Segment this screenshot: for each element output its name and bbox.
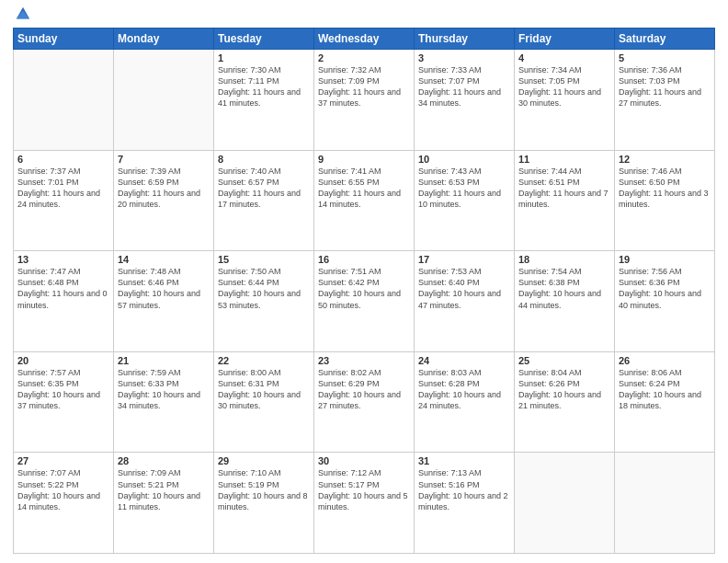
calendar-cell: 24Sunrise: 8:03 AMSunset: 6:28 PMDayligh… (415, 351, 515, 453)
calendar-week-5: 27Sunrise: 7:07 AMSunset: 5:22 PMDayligh… (14, 453, 715, 554)
day-info: Sunrise: 8:04 AMSunset: 6:26 PMDaylight:… (518, 367, 610, 412)
calendar-cell: 31Sunrise: 7:13 AMSunset: 5:16 PMDayligh… (415, 453, 515, 554)
day-number: 14 (118, 254, 210, 265)
day-info: Sunrise: 7:39 AMSunset: 6:59 PMDaylight:… (118, 166, 210, 211)
calendar-cell: 2Sunrise: 7:32 AMSunset: 7:09 PMDaylight… (314, 50, 415, 151)
calendar-cell: 7Sunrise: 7:39 AMSunset: 6:59 PMDaylight… (114, 150, 214, 251)
calendar-cell: 14Sunrise: 7:48 AMSunset: 6:46 PMDayligh… (114, 251, 214, 352)
calendar-cell: 12Sunrise: 7:46 AMSunset: 6:50 PMDayligh… (615, 150, 715, 251)
day-number: 15 (218, 254, 310, 265)
day-number: 12 (619, 154, 711, 165)
page: SundayMondayTuesdayWednesdayThursdayFrid… (0, 0, 728, 563)
calendar-cell: 20Sunrise: 7:57 AMSunset: 6:35 PMDayligh… (14, 351, 114, 453)
calendar-cell (515, 453, 615, 554)
day-number: 11 (518, 154, 610, 165)
day-number: 8 (218, 154, 310, 165)
weekday-header-row: SundayMondayTuesdayWednesdayThursdayFrid… (14, 29, 715, 50)
calendar-cell: 13Sunrise: 7:47 AMSunset: 6:48 PMDayligh… (14, 251, 114, 352)
weekday-header-sunday: Sunday (14, 29, 114, 50)
calendar-cell (14, 50, 114, 151)
calendar-cell: 25Sunrise: 8:04 AMSunset: 6:26 PMDayligh… (515, 351, 615, 453)
calendar-table: SundayMondayTuesdayWednesdayThursdayFrid… (13, 28, 715, 554)
calendar-cell: 23Sunrise: 8:02 AMSunset: 6:29 PMDayligh… (314, 351, 415, 453)
calendar-cell: 9Sunrise: 7:41 AMSunset: 6:55 PMDaylight… (314, 150, 415, 251)
calendar-cell: 18Sunrise: 7:54 AMSunset: 6:38 PMDayligh… (515, 251, 615, 352)
calendar-cell (615, 453, 715, 554)
day-number: 17 (418, 254, 510, 265)
calendar-week-2: 6Sunrise: 7:37 AMSunset: 7:01 PMDaylight… (14, 150, 715, 251)
day-number: 13 (17, 254, 109, 265)
day-number: 18 (518, 254, 610, 265)
day-number: 7 (118, 154, 210, 165)
day-number: 27 (17, 455, 109, 466)
day-number: 20 (17, 355, 109, 366)
calendar-cell: 6Sunrise: 7:37 AMSunset: 7:01 PMDaylight… (14, 150, 114, 251)
calendar-cell: 5Sunrise: 7:36 AMSunset: 7:03 PMDaylight… (615, 50, 715, 151)
calendar-cell: 28Sunrise: 7:09 AMSunset: 5:21 PMDayligh… (114, 453, 214, 554)
day-info: Sunrise: 7:47 AMSunset: 6:48 PMDaylight:… (17, 266, 109, 311)
header (13, 9, 715, 22)
day-number: 28 (118, 455, 210, 466)
logo (13, 9, 31, 22)
calendar-cell: 22Sunrise: 8:00 AMSunset: 6:31 PMDayligh… (214, 351, 314, 453)
calendar-cell: 8Sunrise: 7:40 AMSunset: 6:57 PMDaylight… (214, 150, 314, 251)
day-info: Sunrise: 7:41 AMSunset: 6:55 PMDaylight:… (318, 166, 410, 211)
day-info: Sunrise: 7:53 AMSunset: 6:40 PMDaylight:… (418, 266, 510, 311)
calendar-cell: 1Sunrise: 7:30 AMSunset: 7:11 PMDaylight… (214, 50, 314, 151)
calendar-week-4: 20Sunrise: 7:57 AMSunset: 6:35 PMDayligh… (14, 351, 715, 453)
calendar-cell: 15Sunrise: 7:50 AMSunset: 6:44 PMDayligh… (214, 251, 314, 352)
calendar-cell: 11Sunrise: 7:44 AMSunset: 6:51 PMDayligh… (515, 150, 615, 251)
calendar-cell: 16Sunrise: 7:51 AMSunset: 6:42 PMDayligh… (314, 251, 415, 352)
calendar-cell: 10Sunrise: 7:43 AMSunset: 6:53 PMDayligh… (415, 150, 515, 251)
day-number: 9 (318, 154, 410, 165)
day-number: 29 (218, 455, 310, 466)
day-number: 5 (619, 52, 711, 63)
day-number: 23 (318, 355, 410, 366)
day-info: Sunrise: 7:43 AMSunset: 6:53 PMDaylight:… (418, 166, 510, 211)
day-number: 4 (518, 52, 610, 63)
day-info: Sunrise: 7:36 AMSunset: 7:03 PMDaylight:… (619, 64, 711, 109)
calendar-cell: 29Sunrise: 7:10 AMSunset: 5:19 PMDayligh… (214, 453, 314, 554)
day-info: Sunrise: 7:33 AMSunset: 7:07 PMDaylight:… (418, 64, 510, 109)
day-number: 2 (318, 52, 410, 63)
calendar-cell: 30Sunrise: 7:12 AMSunset: 5:17 PMDayligh… (314, 453, 415, 554)
day-number: 1 (218, 52, 310, 63)
day-info: Sunrise: 7:51 AMSunset: 6:42 PMDaylight:… (318, 266, 410, 311)
weekday-header-friday: Friday (515, 29, 615, 50)
day-info: Sunrise: 8:00 AMSunset: 6:31 PMDaylight:… (218, 367, 310, 412)
calendar-cell: 21Sunrise: 7:59 AMSunset: 6:33 PMDayligh… (114, 351, 214, 453)
day-info: Sunrise: 8:02 AMSunset: 6:29 PMDaylight:… (318, 367, 410, 412)
day-info: Sunrise: 8:06 AMSunset: 6:24 PMDaylight:… (619, 367, 711, 412)
day-info: Sunrise: 7:32 AMSunset: 7:09 PMDaylight:… (318, 64, 410, 109)
calendar-cell: 26Sunrise: 8:06 AMSunset: 6:24 PMDayligh… (615, 351, 715, 453)
logo-icon (15, 6, 31, 22)
day-info: Sunrise: 7:09 AMSunset: 5:21 PMDaylight:… (118, 467, 210, 512)
day-info: Sunrise: 7:37 AMSunset: 7:01 PMDaylight:… (17, 166, 109, 211)
day-info: Sunrise: 7:40 AMSunset: 6:57 PMDaylight:… (218, 166, 310, 211)
calendar-cell: 3Sunrise: 7:33 AMSunset: 7:07 PMDaylight… (415, 50, 515, 151)
day-info: Sunrise: 7:34 AMSunset: 7:05 PMDaylight:… (518, 64, 610, 109)
day-number: 16 (318, 254, 410, 265)
calendar-week-1: 1Sunrise: 7:30 AMSunset: 7:11 PMDaylight… (14, 50, 715, 151)
day-info: Sunrise: 7:12 AMSunset: 5:17 PMDaylight:… (318, 467, 410, 512)
calendar-cell (114, 50, 214, 151)
day-number: 31 (418, 455, 510, 466)
day-info: Sunrise: 7:46 AMSunset: 6:50 PMDaylight:… (619, 166, 711, 211)
day-info: Sunrise: 7:57 AMSunset: 6:35 PMDaylight:… (17, 367, 109, 412)
calendar-cell: 27Sunrise: 7:07 AMSunset: 5:22 PMDayligh… (14, 453, 114, 554)
day-info: Sunrise: 7:56 AMSunset: 6:36 PMDaylight:… (619, 266, 711, 311)
svg-marker-1 (17, 10, 29, 18)
calendar-cell: 17Sunrise: 7:53 AMSunset: 6:40 PMDayligh… (415, 251, 515, 352)
day-info: Sunrise: 7:30 AMSunset: 7:11 PMDaylight:… (218, 64, 310, 109)
day-number: 19 (619, 254, 711, 265)
weekday-header-tuesday: Tuesday (214, 29, 314, 50)
weekday-header-thursday: Thursday (415, 29, 515, 50)
weekday-header-saturday: Saturday (615, 29, 715, 50)
calendar-cell: 19Sunrise: 7:56 AMSunset: 6:36 PMDayligh… (615, 251, 715, 352)
weekday-header-monday: Monday (114, 29, 214, 50)
day-info: Sunrise: 7:10 AMSunset: 5:19 PMDaylight:… (218, 467, 310, 512)
day-info: Sunrise: 7:07 AMSunset: 5:22 PMDaylight:… (17, 467, 109, 512)
day-info: Sunrise: 7:54 AMSunset: 6:38 PMDaylight:… (518, 266, 610, 311)
day-number: 24 (418, 355, 510, 366)
day-info: Sunrise: 7:59 AMSunset: 6:33 PMDaylight:… (118, 367, 210, 412)
